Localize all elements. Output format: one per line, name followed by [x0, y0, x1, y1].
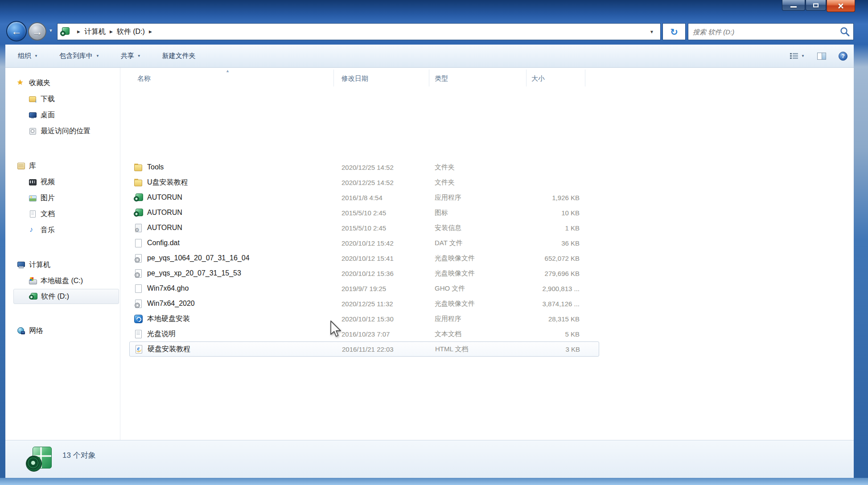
close-button[interactable] — [827, 0, 855, 12]
sidebar-item-label: 最近访问的位置 — [41, 127, 91, 136]
minimize-icon — [790, 6, 797, 8]
toolbar-button-include-in-library[interactable]: 包含到库中▼ — [59, 52, 99, 60]
file-row[interactable]: Win7x64.gho2019/9/7 19:25GHO 文件2,900,813… — [129, 281, 599, 296]
preview-pane-button[interactable] — [817, 53, 826, 60]
file-size: 279,696 KB — [499, 270, 580, 277]
sidebar-item-videos[interactable]: 视频 — [5, 174, 120, 190]
sidebar-item-music[interactable]: 音乐 — [5, 222, 120, 238]
file-row[interactable]: Tools2020/12/25 14:52文件夹 — [129, 160, 599, 175]
file-date: 2020/12/25 14:52 — [341, 164, 394, 171]
file-date: 2020/10/12 15:36 — [341, 270, 394, 277]
recent-pages-chevron-icon[interactable]: ▼ — [49, 28, 53, 33]
address-bar[interactable]: ▶计算机▶软件 (D:)▶ ▼ — [57, 23, 661, 40]
chevron-down-icon: ▼ — [34, 54, 38, 58]
help-button[interactable]: ? — [839, 52, 847, 61]
toolbar-right: ▼ ? — [790, 52, 847, 61]
disc-image-icon — [134, 269, 143, 277]
toolbar-button-organize[interactable]: 组织▼ — [18, 52, 38, 60]
column-separator[interactable] — [333, 70, 334, 86]
sidebar-item-pictures[interactable]: 图片 — [5, 190, 120, 206]
file-type: 光盘映像文件 — [435, 254, 475, 263]
file-name: AUTORUN — [147, 209, 182, 217]
sidebar-item-label: 软件 (D:) — [41, 292, 69, 301]
sort-ascending-icon: ▲ — [226, 69, 230, 73]
file-row[interactable]: 本地硬盘安装2020/10/12 15:30应用程序28,315 KB — [129, 311, 599, 326]
file-date: 2019/9/7 19:25 — [341, 285, 386, 292]
file-date: 2016/1/8 4:54 — [341, 194, 383, 201]
change-view-button[interactable]: ▼ — [790, 53, 805, 59]
file-date: 2015/5/10 2:45 — [341, 224, 386, 232]
sidebar-item-label: 桌面 — [41, 111, 55, 120]
toolbar-button-label: 共享 — [121, 52, 134, 60]
breadcrumb-item[interactable]: 计算机 — [84, 27, 106, 37]
item-count-label: 13 个对象 — [62, 450, 96, 460]
breadcrumb-item[interactable]: 软件 (D:) — [117, 27, 145, 37]
sidebar-item-label: 音乐 — [41, 226, 55, 235]
minimize-button[interactable] — [782, 0, 805, 11]
file-row[interactable]: AUTORUN2015/5/10 2:45安装信息1 KB — [129, 220, 599, 235]
file-date: 2020/10/12 15:41 — [341, 255, 394, 262]
file-row[interactable]: Config.dat2020/10/12 15:42DAT 文件36 KB — [129, 235, 599, 251]
sidebar-item-label: 本地磁盘 (C:) — [41, 276, 83, 286]
sidebar-item-drive-d[interactable]: 软件 (D:) — [13, 289, 119, 304]
column-separator[interactable] — [585, 70, 585, 86]
file-name: pe_yqs_1064_20_07_31_16_04 — [147, 254, 250, 262]
column-header-date[interactable]: 修改日期 — [341, 74, 368, 83]
address-dropdown-icon[interactable]: ▼ — [646, 29, 658, 34]
column-header-type[interactable]: 类型 — [435, 74, 448, 83]
toolbar-button-share[interactable]: 共享▼ — [121, 52, 141, 60]
disc-image-icon — [134, 300, 143, 308]
sidebar-item-downloads[interactable]: 下载 — [5, 91, 120, 107]
toolbar-button-new-folder[interactable]: 新建文件夹 — [162, 52, 196, 60]
file-name: U盘安装教程 — [147, 178, 188, 187]
sidebar-item-network[interactable]: 网络 — [5, 323, 120, 339]
forward-button[interactable]: → — [28, 22, 46, 41]
column-separator[interactable] — [526, 70, 527, 86]
setup-info-icon — [134, 224, 143, 232]
main-content: 收藏夹下载桌面最近访问的位置库视频图片文档音乐计算机本地磁盘 (C:)软件 (D… — [5, 68, 854, 440]
file-type: HTML 文档 — [435, 345, 468, 353]
explorer-window: ← → ▼ ▶计算机▶软件 (D:)▶ ▼ ↻ 组织▼包含到库中▼共享▼新建文件… — [0, 0, 868, 485]
downloads-icon — [29, 95, 37, 103]
file-name: AUTORUN — [147, 193, 182, 201]
navigation-pane: 收藏夹下载桌面最近访问的位置库视频图片文档音乐计算机本地磁盘 (C:)软件 (D… — [5, 68, 120, 440]
chevron-down-icon: ▼ — [137, 54, 141, 58]
file-type: GHO 文件 — [435, 284, 465, 293]
favorites-icon — [17, 79, 25, 86]
sidebar-item-documents[interactable]: 文档 — [5, 206, 120, 222]
file-row[interactable]: pe_yqs_xp_20_07_31_15_532020/10/12 15:36… — [129, 266, 599, 281]
views-list-icon — [790, 53, 798, 59]
file-date: 2020/12/25 11:32 — [341, 300, 393, 308]
sidebar-item-recent-places[interactable]: 最近访问的位置 — [5, 123, 120, 139]
file-row[interactable]: U盘安装教程2020/12/25 14:52文件夹 — [129, 175, 599, 190]
sidebar-item-disk-c[interactable]: 本地磁盘 (C:) — [5, 273, 120, 289]
pictures-icon — [29, 194, 37, 201]
file-row[interactable]: pe_yqs_1064_20_07_31_16_042020/10/12 15:… — [129, 251, 599, 266]
search-input[interactable] — [688, 24, 839, 40]
column-header-name[interactable]: 名称 — [137, 74, 151, 83]
search-icon[interactable] — [839, 26, 851, 37]
refresh-button[interactable]: ↻ — [662, 23, 686, 40]
sidebar-item-favorites[interactable]: 收藏夹 — [5, 75, 120, 91]
sidebar-item-libraries[interactable]: 库 — [5, 158, 120, 174]
window-bottom-border — [0, 478, 868, 485]
column-header-size[interactable]: 大小 — [531, 74, 545, 83]
file-row[interactable]: 硬盘安装教程2016/11/21 22:03HTML 文档3 KB — [129, 341, 599, 357]
column-separator[interactable] — [429, 70, 429, 86]
file-row[interactable]: AUTORUN2015/5/10 2:45图标10 KB — [129, 205, 599, 220]
maximize-button[interactable] — [806, 0, 826, 11]
file-size: 3 KB — [500, 345, 580, 353]
sidebar-item-label: 计算机 — [29, 260, 50, 270]
file-date: 2016/10/23 7:07 — [341, 330, 390, 338]
back-button[interactable]: ← — [6, 21, 27, 41]
computer-icon — [17, 261, 25, 268]
file-date: 2015/5/10 2:45 — [341, 209, 386, 217]
file-row[interactable]: Win7x64_20202020/12/25 11:32光盘映像文件3,874,… — [129, 296, 599, 311]
sidebar-section-favorites: 收藏夹下载桌面最近访问的位置 — [5, 75, 120, 139]
folder-icon — [134, 178, 143, 186]
sidebar-item-desktop[interactable]: 桌面 — [5, 107, 120, 123]
file-row[interactable]: AUTORUN2016/1/8 4:54应用程序1,926 KB — [129, 190, 599, 205]
file-row[interactable]: 光盘说明2016/10/23 7:07文本文档5 KB — [129, 326, 599, 341]
sidebar-item-label: 收藏夹 — [29, 78, 50, 88]
sidebar-item-computer[interactable]: 计算机 — [5, 257, 120, 273]
